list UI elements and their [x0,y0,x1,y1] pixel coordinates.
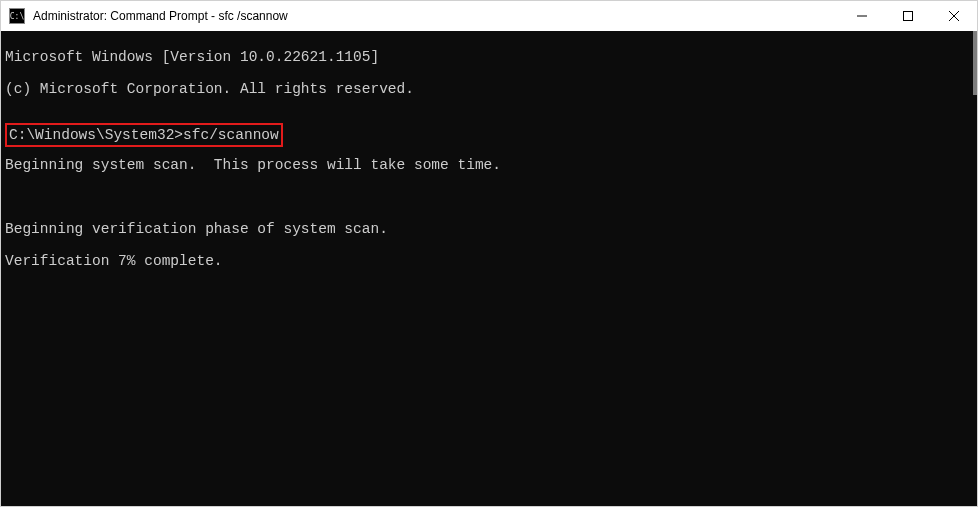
window-icon-label: C:\ [10,12,24,21]
titlebar[interactable]: C:\ Administrator: Command Prompt - sfc … [1,1,977,31]
window-title: Administrator: Command Prompt - sfc /sca… [33,9,839,23]
scrollbar-thumb[interactable] [973,31,977,95]
maximize-icon [903,11,913,21]
close-button[interactable] [931,1,977,31]
terminal-area[interactable]: Microsoft Windows [Version 10.0.22621.11… [1,31,977,506]
window-icon: C:\ [9,8,25,24]
close-icon [949,11,959,21]
svg-rect-1 [904,12,913,21]
terminal-blank-line [5,189,973,205]
terminal-output-line: Verification 7% complete. [5,253,973,269]
terminal-output-line: (c) Microsoft Corporation. All rights re… [5,81,973,97]
command-prompt-line: C:\Windows\System32>sfc/scannow [9,127,279,143]
highlighted-command: C:\Windows\System32>sfc/scannow [5,123,283,147]
terminal-output-line: Microsoft Windows [Version 10.0.22621.11… [5,49,973,65]
window-controls [839,1,977,31]
minimize-button[interactable] [839,1,885,31]
minimize-icon [857,11,867,21]
maximize-button[interactable] [885,1,931,31]
terminal-output-line: Beginning verification phase of system s… [5,221,973,237]
command-prompt-window: C:\ Administrator: Command Prompt - sfc … [0,0,978,507]
terminal-output-line: Beginning system scan. This process will… [5,157,973,173]
scrollbar-track[interactable] [973,31,977,506]
